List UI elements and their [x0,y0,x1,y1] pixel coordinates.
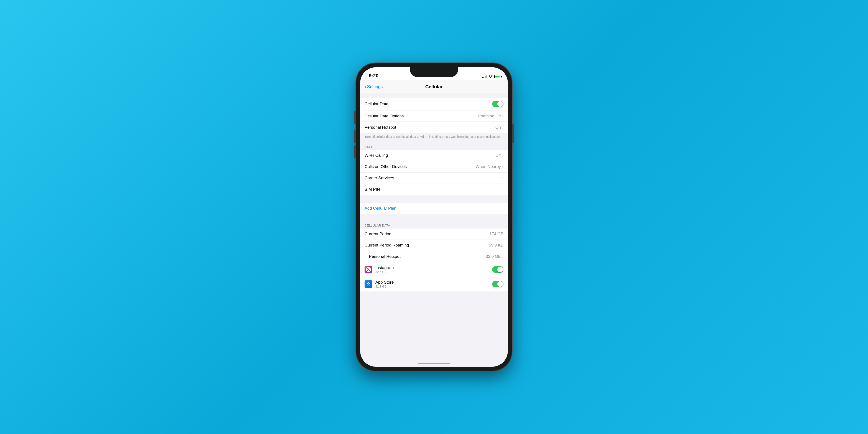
content-area[interactable]: Cellular Data Cellular Data Options Roam… [360,93,508,300]
current-period-roaming-label: Current Period Roaming [365,243,409,248]
cellular-data-toggle[interactable] [492,101,503,107]
current-period-row[interactable]: Current Period 174 GB [360,228,508,240]
instagram-left: Instagram 32.6 GB [365,266,394,274]
appstore-row[interactable]: A App Store 21.1 GB [360,277,508,291]
add-plan-label: Add Cellular Plan [365,206,397,211]
nav-bar: ‹ Settings Cellular [360,80,508,93]
cellular-personal-hotspot-chevron: › [502,254,503,259]
appstore-left: A App Store 21.1 GB [365,280,394,288]
cellular-data-label: Cellular Data [365,101,389,106]
sim-pin-row[interactable]: SIM PIN › [360,184,508,195]
toggle-knob [497,281,503,287]
personal-hotspot-value: On [495,125,501,130]
wifi-icon [489,75,493,79]
calls-other-devices-row[interactable]: Calls on Other Devices When Nearby › [360,161,508,173]
current-period-value: 174 GB [490,231,503,236]
svg-text:A: A [368,283,369,285]
carrier-services-row[interactable]: Carrier Services › [360,173,508,184]
cellular-data-options-value: Roaming Off [478,114,501,119]
personal-hotspot-label: Personal Hotspot [365,125,396,130]
carrier-services-right: › [502,176,503,180]
instagram-row[interactable]: Instagram 32.6 GB [360,262,508,277]
phone-screen: 9:20 [360,67,508,367]
sim-pin-chevron: › [502,187,503,192]
add-plan-section: Add Cellular Plan [360,203,508,214]
cellular-data-section: CELLULAR DATA Current Period 174 GB Curr… [360,222,508,291]
appstore-size: 21.1 GB [375,285,394,288]
home-indicator [418,363,450,364]
appstore-info: App Store 21.1 GB [375,280,394,288]
appstore-name: App Store [375,280,394,285]
wifi-calling-row[interactable]: Wi-Fi Calling Off › [360,150,508,161]
cellular-personal-hotspot-row[interactable]: Personal Hotspot 33.0 GB › [360,251,508,262]
top-footer: Turn off cellular data to restrict all d… [360,133,508,142]
phone-container: 9:20 [356,63,512,371]
nav-title: Cellular [425,84,443,90]
cellular-data-options-label: Cellular Data Options [365,114,404,119]
back-label: Settings [367,84,382,89]
notch [410,67,458,77]
instagram-toggle[interactable] [492,266,503,273]
instagram-size: 32.6 GB [375,270,394,274]
wifi-calling-chevron: › [502,153,503,158]
svg-rect-0 [367,267,370,271]
svg-point-1 [367,269,369,270]
appstore-icon: A [365,280,372,288]
current-period-roaming-row[interactable]: Current Period Roaming 65.9 KB [360,240,508,251]
cellular-personal-hotspot-value: 33.0 GB [486,254,501,259]
back-button[interactable]: ‹ Settings [365,84,383,90]
cellular-data-group: Current Period 174 GB Current Period Roa… [360,228,508,291]
cellular-data-section-header: CELLULAR DATA [360,222,508,228]
cellular-data-options-right: Roaming Off › [478,114,503,119]
status-icons [482,75,501,79]
cellular-data-row[interactable]: Cellular Data [360,98,508,111]
appstore-toggle[interactable] [492,281,503,287]
wifi-calling-right: Off › [495,153,503,158]
att-header: AT&T [360,142,508,150]
calls-other-devices-value: When Nearby [476,164,501,169]
instagram-name: Instagram [375,266,394,270]
bottom-spacer [360,291,508,300]
carrier-services-label: Carrier Services [365,176,394,180]
instagram-icon [365,266,372,273]
add-plan-row[interactable]: Add Cellular Plan [360,203,508,214]
sim-pin-label: SIM PIN [365,187,380,192]
toggle-knob [497,267,503,272]
top-section-group: Cellular Data Cellular Data Options Roam… [360,98,508,133]
personal-hotspot-right: On › [495,125,503,130]
cellular-personal-hotspot-label: Personal Hotspot [369,254,401,259]
current-period-label: Current Period [365,231,392,236]
battery-icon [494,75,501,78]
wifi-calling-label: Wi-Fi Calling [365,153,388,158]
instagram-info: Instagram 32.6 GB [375,266,394,274]
sim-pin-right: › [502,187,503,192]
current-period-roaming-value: 65.9 KB [489,243,503,248]
personal-hotspot-row[interactable]: Personal Hotspot On › [360,122,508,133]
back-chevron-icon: ‹ [365,84,366,90]
svg-point-2 [369,268,370,269]
personal-hotspot-chevron: › [502,125,503,130]
calls-other-devices-label: Calls on Other Devices [365,164,407,169]
signal-icon [482,75,487,78]
wifi-calling-value: Off [495,153,501,158]
status-time: 9:20 [367,73,378,79]
carrier-services-chevron: › [502,176,503,180]
calls-other-devices-right: When Nearby › [476,164,503,169]
divider-1 [360,195,508,203]
cellular-data-options-row[interactable]: Cellular Data Options Roaming Off › [360,111,508,122]
toggle-knob [497,101,503,107]
divider-2 [360,214,508,222]
cellular-personal-hotspot-right: 33.0 GB › [486,254,503,259]
calls-other-devices-chevron: › [502,164,503,169]
cellular-data-options-chevron: › [502,114,503,118]
att-section-group: Wi-Fi Calling Off › Calls on Other Devic… [360,150,508,195]
